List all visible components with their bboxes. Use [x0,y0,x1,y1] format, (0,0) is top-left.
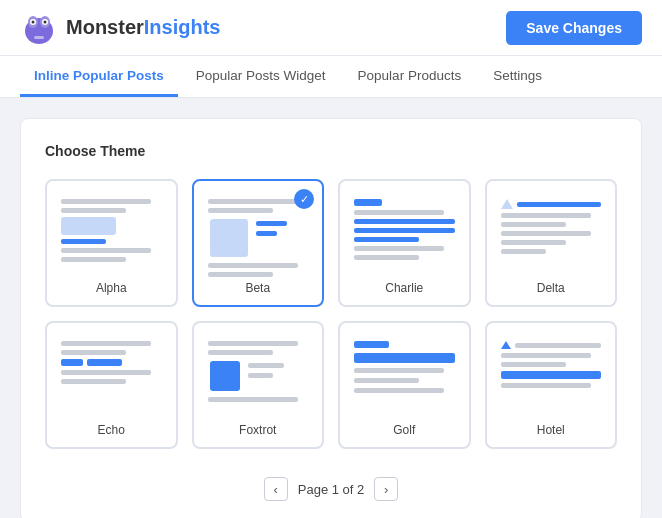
alpha-line-2 [61,208,126,213]
theme-card-beta[interactable]: ✓ [192,179,325,307]
prev-page-button[interactable]: ‹ [264,477,288,501]
content-panel: Choose Theme Alpha ✓ [20,118,642,518]
foxtrot-label: Foxtrot [239,423,276,437]
svg-point-6 [44,20,47,23]
hotel-label: Hotel [537,423,565,437]
alpha-label: Alpha [96,281,127,295]
logo-area: MonsterInsights [20,9,220,47]
echo-label: Echo [98,423,125,437]
tab-inline-popular-posts[interactable]: Inline Popular Posts [20,56,178,97]
alpha-img [61,217,116,235]
tab-popular-posts-widget[interactable]: Popular Posts Widget [182,56,340,97]
golf-preview [350,335,459,415]
theme-card-hotel[interactable]: Hotel [485,321,618,449]
echo-preview [57,335,166,415]
nav-tabs: Inline Popular Posts Popular Posts Widge… [0,56,662,98]
svg-point-5 [32,20,35,23]
golf-label: Golf [393,423,415,437]
next-page-button[interactable]: › [374,477,398,501]
hotel-preview [497,335,606,415]
page-info: Page 1 of 2 [298,482,365,497]
tab-settings[interactable]: Settings [479,56,556,97]
section-title: Choose Theme [45,143,617,159]
monster-logo-icon [20,9,58,47]
charlie-label: Charlie [385,281,423,295]
pagination: ‹ Page 1 of 2 › [45,469,617,505]
theme-card-charlie[interactable]: Charlie [338,179,471,307]
alpha-blue [61,239,106,244]
theme-card-foxtrot[interactable]: Foxtrot [192,321,325,449]
charlie-preview [350,193,459,273]
foxtrot-preview [204,335,313,415]
selected-check-icon: ✓ [294,189,314,209]
alpha-line-3 [61,248,151,253]
theme-card-alpha[interactable]: Alpha [45,179,178,307]
alpha-preview [57,193,166,273]
beta-label: Beta [245,281,270,295]
theme-grid: Alpha ✓ [45,179,617,449]
theme-card-delta[interactable]: Delta [485,179,618,307]
svg-rect-7 [34,36,44,39]
alpha-line-4 [61,257,126,262]
delta-triangle-icon [501,199,513,209]
tab-popular-products[interactable]: Popular Products [344,56,476,97]
delta-preview [497,193,606,273]
hotel-triangle-icon [501,341,511,349]
delta-label: Delta [537,281,565,295]
theme-card-golf[interactable]: Golf [338,321,471,449]
header: MonsterInsights Save Changes [0,0,662,56]
main-content: Choose Theme Alpha ✓ [0,98,662,518]
theme-card-echo[interactable]: Echo [45,321,178,449]
alpha-line-1 [61,199,151,204]
save-changes-button[interactable]: Save Changes [506,11,642,45]
logo-text: MonsterInsights [66,16,220,39]
